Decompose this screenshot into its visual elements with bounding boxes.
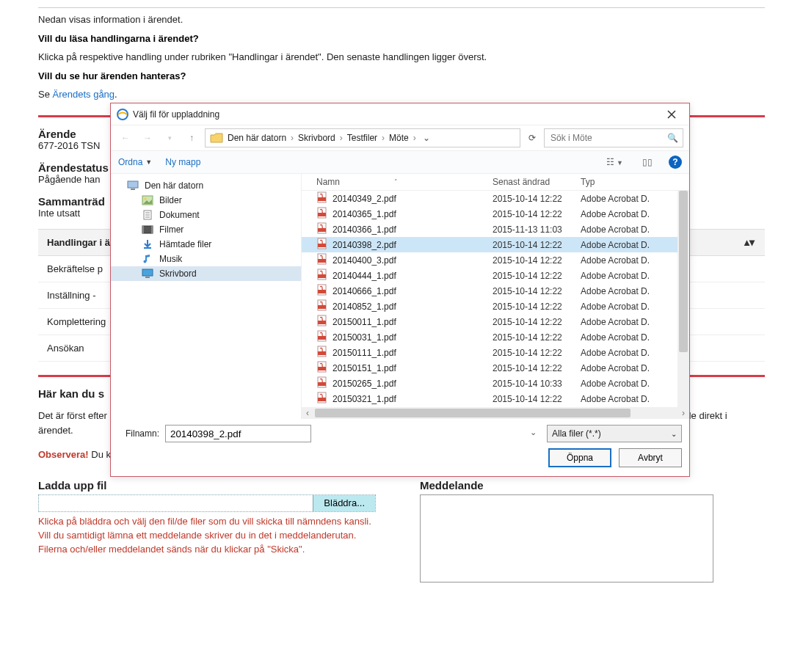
hscroll-left-icon[interactable]: ‹: [302, 408, 313, 418]
file-row[interactable]: 20150151_1.pdf2015-10-14 12:22Adobe Acro…: [302, 360, 689, 376]
search-field[interactable]: 🔍: [544, 128, 683, 147]
upload-title: Ladda upp fil: [38, 479, 376, 492]
nav-item-filmer[interactable]: Filmer: [111, 222, 301, 237]
svg-rect-17: [318, 197, 326, 201]
file-type: Adobe Acrobat D.: [581, 194, 683, 204]
horizontal-scrollbar[interactable]: ‹ ›: [302, 407, 689, 419]
sort-icon[interactable]: ▴▾: [744, 236, 755, 248]
doc-icon: [142, 210, 153, 220]
filename-input[interactable]: [165, 425, 311, 442]
file-type: Adobe Acrobat D.: [581, 317, 683, 327]
file-name: 20150111_1.pdf: [333, 348, 493, 358]
file-row[interactable]: 20150265_1.pdf2015-10-14 10:33Adobe Acro…: [302, 376, 689, 391]
pc-icon: [127, 180, 139, 191]
help-button[interactable]: ?: [669, 156, 682, 169]
organize-menu[interactable]: Ordna▼: [118, 157, 152, 167]
file-type-select[interactable]: Alla filer (*.*) ⌄: [547, 425, 682, 442]
svg-rect-15: [145, 277, 150, 278]
file-type: Adobe Acrobat D.: [581, 348, 683, 358]
breadcrumb-sep-icon: ›: [380, 133, 386, 143]
file-row[interactable]: 20140444_1.pdf2015-10-14 12:22Adobe Acro…: [302, 268, 689, 283]
nav-up-button[interactable]: ↑: [183, 129, 200, 147]
nav-item-dokument[interactable]: Dokument: [111, 208, 301, 222]
refresh-button[interactable]: ⟳: [525, 133, 539, 143]
svg-point-4: [145, 198, 147, 200]
close-button[interactable]: [660, 106, 683, 123]
nav-recent-button[interactable]: ▾: [161, 129, 178, 147]
file-row[interactable]: 20140852_1.pdf2015-10-14 12:22Adobe Acro…: [302, 299, 689, 314]
open-button[interactable]: Öppna: [548, 448, 611, 467]
file-type: Adobe Acrobat D.: [581, 363, 683, 373]
file-type: Adobe Acrobat D.: [581, 224, 683, 235]
breadcrumb-item[interactable]: Den här datorn: [225, 131, 289, 145]
upload-hint: Klicka på bläddra och välj den fil/de fi…: [38, 515, 376, 557]
file-type: Adobe Acrobat D.: [581, 286, 683, 296]
file-date: 2015-10-14 12:22: [493, 332, 581, 343]
message-textarea[interactable]: [420, 494, 713, 582]
pic-icon: [142, 195, 153, 205]
file-row[interactable]: 20140398_2.pdf2015-10-14 12:22Adobe Acro…: [302, 237, 689, 252]
file-name: 20150265_1.pdf: [333, 379, 493, 389]
breadcrumb-item[interactable]: Testfiler: [344, 131, 380, 145]
file-row[interactable]: 20140349_2.pdf2015-10-14 12:22Adobe Acro…: [302, 191, 689, 206]
column-date-header[interactable]: Senast ändrad: [493, 177, 581, 187]
ie-icon: [117, 109, 128, 120]
breadcrumb-sep-icon: ›: [412, 133, 418, 143]
breadcrumb-item[interactable]: Skrivbord: [295, 131, 338, 145]
nav-item-skrivbord[interactable]: Skrivbord: [111, 266, 301, 281]
file-row[interactable]: 20140400_3.pdf2015-10-14 12:22Adobe Acro…: [302, 252, 689, 268]
pdf-icon: [316, 269, 328, 282]
breadcrumb-item[interactable]: Möte: [386, 131, 412, 145]
nav-pane: Den här datorn BilderDokumentFilmerHämta…: [111, 174, 302, 419]
file-type: Adobe Acrobat D.: [581, 332, 683, 343]
breadcrumb-sep-icon: ›: [289, 133, 295, 143]
view-options-button[interactable]: ☷ ▼: [603, 156, 626, 169]
sort-asc-icon: ˄: [394, 178, 398, 186]
column-name-header[interactable]: Namn ˄: [316, 177, 493, 187]
nav-forward-button[interactable]: →: [139, 129, 156, 147]
filename-dropdown-icon[interactable]: ⌄: [530, 428, 537, 437]
file-type: Adobe Acrobat D.: [581, 240, 683, 250]
file-row[interactable]: 20150031_1.pdf2015-10-14 12:22Adobe Acro…: [302, 329, 689, 345]
nav-this-pc[interactable]: Den här datorn: [111, 178, 301, 193]
file-name: 20140444_1.pdf: [333, 271, 493, 281]
svg-rect-2: [131, 189, 135, 190]
case-flow-link[interactable]: Ärendets gång: [53, 89, 115, 100]
pdf-icon: [316, 284, 328, 298]
nav-item-hämtade-filer[interactable]: Hämtade filer: [111, 237, 301, 252]
svg-rect-27: [318, 274, 326, 278]
folder-icon: [210, 132, 223, 144]
file-row[interactable]: 20140365_1.pdf2015-10-14 12:22Adobe Acro…: [302, 206, 689, 222]
file-row[interactable]: 20150111_1.pdf2015-10-14 12:22Adobe Acro…: [302, 345, 689, 360]
svg-rect-9: [142, 226, 153, 233]
file-row[interactable]: 20150011_1.pdf2015-10-14 12:22Adobe Acro…: [302, 314, 689, 329]
preview-pane-button[interactable]: ▯▯: [639, 156, 655, 169]
svg-rect-31: [318, 305, 326, 309]
nav-item-bilder[interactable]: Bilder: [111, 193, 301, 208]
breadcrumb-bar[interactable]: Den här datorn›Skrivbord›Testfiler›Möte›…: [205, 128, 520, 147]
new-folder-button[interactable]: Ny mapp: [165, 157, 200, 167]
file-picker[interactable]: Bläddra...: [38, 494, 376, 512]
cancel-button[interactable]: Avbryt: [619, 448, 682, 467]
svg-rect-11: [151, 226, 153, 233]
file-date: 2015-10-14 12:22: [493, 271, 581, 281]
file-row[interactable]: 20150321_1.pdf2015-10-14 12:22Adobe Acro…: [302, 391, 689, 406]
column-type-header[interactable]: Typ: [581, 177, 683, 187]
file-name: 20150321_1.pdf: [333, 394, 493, 404]
breadcrumb-drop-icon[interactable]: ⌄: [419, 133, 434, 143]
file-name: 20150011_1.pdf: [333, 317, 493, 327]
intro-text: Nedan visas information i ärendet.: [38, 12, 765, 27]
chevron-down-icon: ⌄: [671, 430, 677, 438]
pdf-icon: [316, 392, 328, 406]
hscroll-right-icon[interactable]: ›: [677, 408, 689, 418]
search-input[interactable]: [549, 132, 664, 144]
file-row[interactable]: 20140666_1.pdf2015-10-14 12:22Adobe Acro…: [302, 283, 689, 299]
nav-item-musik[interactable]: Musik: [111, 252, 301, 266]
browse-button[interactable]: Bläddra...: [313, 495, 375, 511]
file-type: Adobe Acrobat D.: [581, 271, 683, 281]
file-type: Adobe Acrobat D.: [581, 302, 683, 312]
file-row[interactable]: 20140366_1.pdf2015-11-13 11:03Adobe Acro…: [302, 222, 689, 237]
pdf-icon: [316, 238, 328, 252]
nav-back-button[interactable]: ←: [117, 129, 134, 147]
vertical-scrollbar[interactable]: [677, 191, 689, 407]
